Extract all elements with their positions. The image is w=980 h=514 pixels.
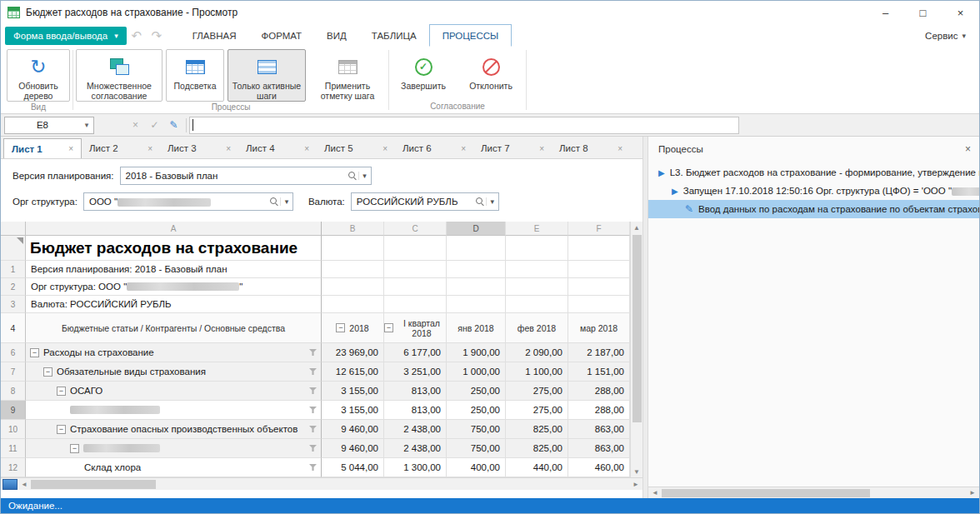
column-header-B[interactable]: B	[322, 222, 384, 236]
value-cell[interactable]: 250,00	[447, 401, 506, 420]
tab-protsessy[interactable]: ПРОЦЕССЫ	[429, 24, 512, 47]
cell[interactable]	[384, 296, 447, 313]
scroll-down-icon[interactable]: ▼	[631, 466, 642, 477]
row-header[interactable]: 3	[1, 296, 26, 313]
period-header-q1[interactable]: −I квартал 2018	[384, 313, 447, 343]
tab-format[interactable]: ФОРМАТ	[248, 24, 314, 47]
info-cell[interactable]: Орг структура: ООО ""	[26, 278, 322, 296]
cell[interactable]	[322, 261, 384, 278]
search-icon[interactable]	[348, 172, 355, 178]
sheet-title-cell[interactable]: Бюджет расходов на страхование	[26, 236, 322, 261]
chevron-down-icon[interactable]: ▾	[358, 172, 371, 180]
corner-cell[interactable]	[1, 222, 26, 236]
value-cell[interactable]: 460,00	[568, 458, 630, 477]
period-header-2018[interactable]: −2018	[322, 313, 384, 343]
row-header[interactable]: 11	[1, 439, 26, 458]
row-label-cell[interactable]: −Обязательные виды страхования	[26, 362, 322, 382]
cell[interactable]	[506, 261, 568, 278]
value-cell[interactable]: 1 000,00	[447, 362, 506, 382]
cell-name-box[interactable]: E8 ▾	[4, 117, 94, 134]
column-header-D[interactable]: D	[447, 222, 506, 236]
scrollbar-thumb[interactable]	[632, 235, 642, 422]
value-cell[interactable]: 9 460,00	[322, 439, 384, 458]
tab-close-icon[interactable]: ×	[304, 144, 309, 153]
row-label-cell[interactable]: −	[26, 439, 322, 458]
chevron-down-icon[interactable]: ▾	[486, 197, 498, 206]
period-header-jan[interactable]: янв 2018	[447, 313, 506, 343]
tab-close-icon[interactable]: ×	[539, 144, 544, 153]
collapse-toggle[interactable]: −	[43, 367, 52, 377]
value-cell[interactable]: 288,00	[568, 382, 630, 401]
value-cell[interactable]: 863,00	[568, 439, 630, 458]
panel-close-icon[interactable]: ×	[965, 143, 971, 155]
process-item-launched[interactable]: ▶ Запущен 17.10.2018 12:50:16 Орг. струк…	[648, 182, 979, 200]
value-cell[interactable]: 275,00	[506, 401, 568, 420]
highlight-button[interactable]: Подсветка	[166, 49, 224, 102]
column-header-C[interactable]: C	[384, 222, 447, 236]
value-cell[interactable]: 2 187,00	[568, 343, 630, 362]
value-cell[interactable]: 1 151,00	[568, 362, 630, 382]
sheet-tab-7[interactable]: Лист 7×	[473, 138, 552, 158]
cell[interactable]	[384, 278, 447, 296]
row-label-cell[interactable]	[26, 401, 322, 420]
filter-icon[interactable]	[309, 407, 317, 413]
chevron-down-icon[interactable]: ▾	[280, 197, 292, 206]
value-cell[interactable]: 3 155,00	[322, 401, 384, 420]
form-io-button[interactable]: Форма ввода/вывода ▾	[5, 27, 127, 45]
budget-items-header[interactable]: Бюджетные статьи / Контрагенты / Основны…	[26, 313, 322, 343]
tab-tablitsa[interactable]: ТАБЛИЦА	[359, 24, 429, 47]
cell[interactable]	[506, 236, 568, 261]
collapse-toggle[interactable]: −	[57, 387, 66, 396]
filter-icon[interactable]	[309, 426, 317, 432]
formula-wizard-icon[interactable]: ✎	[164, 119, 183, 131]
filter-icon[interactable]	[309, 445, 317, 452]
complete-button[interactable]: ✓ Завершить	[392, 49, 455, 101]
org-combobox[interactable]: ООО " ▾	[83, 192, 293, 211]
cell[interactable]	[568, 296, 630, 313]
value-cell[interactable]: 1 100,00	[506, 362, 568, 382]
active-steps-button[interactable]: Только активные шаги	[228, 49, 306, 102]
sheet-tab-3[interactable]: Лист 3×	[160, 138, 238, 158]
value-cell[interactable]: 750,00	[447, 420, 506, 439]
sheet-tab-8[interactable]: Лист 8×	[552, 138, 630, 158]
filter-icon[interactable]	[309, 349, 317, 356]
minimize-button[interactable]: –	[867, 1, 904, 24]
column-header-F[interactable]: F	[568, 222, 630, 236]
value-cell[interactable]: 825,00	[506, 420, 568, 439]
tab-glavnaya[interactable]: ГЛАВНАЯ	[180, 24, 249, 47]
horizontal-scrollbar[interactable]: ◄ ►	[1, 477, 642, 490]
tab-close-icon[interactable]: ×	[382, 144, 388, 153]
value-cell[interactable]: 440,00	[506, 458, 568, 477]
pane-splitter[interactable]	[642, 137, 648, 498]
cell[interactable]	[322, 236, 384, 261]
cell[interactable]	[384, 236, 447, 261]
value-cell[interactable]: 250,00	[447, 382, 506, 401]
sheet-navigator-button[interactable]	[2, 479, 18, 490]
scroll-left-icon[interactable]: ◄	[648, 489, 662, 497]
value-cell[interactable]: 813,00	[384, 382, 447, 401]
period-header-feb[interactable]: фев 2018	[506, 313, 568, 343]
cell[interactable]	[322, 296, 384, 313]
refresh-tree-button[interactable]: ↻ Обновить дерево	[7, 49, 70, 102]
currency-combobox[interactable]: РОССИЙСКИЙ РУБЛЬ ▾	[351, 192, 499, 211]
collapse-toggle[interactable]: −	[70, 444, 79, 453]
column-header-A[interactable]: A	[26, 222, 322, 236]
scrollbar-thumb[interactable]	[662, 489, 870, 497]
sheet-tab-1[interactable]: Лист 1×	[3, 138, 82, 158]
value-cell[interactable]: 400,00	[447, 458, 506, 477]
tab-close-icon[interactable]: ×	[618, 144, 622, 153]
value-cell[interactable]: 1 300,00	[384, 458, 447, 477]
version-combobox[interactable]: 2018 - Базовый план ▾	[120, 167, 372, 185]
value-cell[interactable]: 3 155,00	[322, 382, 384, 401]
maximize-button[interactable]: □	[904, 1, 942, 24]
value-cell[interactable]: 825,00	[506, 439, 568, 458]
value-cell[interactable]: 1 900,00	[447, 343, 506, 362]
info-cell[interactable]: Валюта: РОССИЙСКИЙ РУБЛЬ	[26, 296, 322, 313]
value-cell[interactable]: 9 460,00	[322, 420, 384, 439]
filter-icon[interactable]	[309, 387, 317, 394]
period-header-mar[interactable]: мар 2018	[568, 313, 630, 343]
cell[interactable]	[447, 296, 506, 313]
cell[interactable]	[447, 261, 506, 278]
value-cell[interactable]: 813,00	[384, 401, 447, 420]
cell[interactable]	[568, 261, 630, 278]
